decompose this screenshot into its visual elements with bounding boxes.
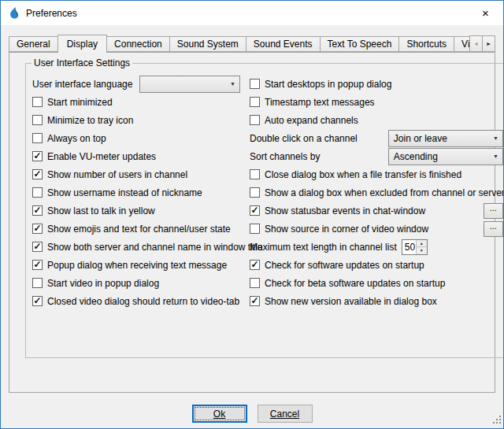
- checkbox[interactable]: [32, 187, 43, 198]
- checkbox[interactable]: ✓: [32, 242, 43, 252]
- checkbox-label[interactable]: Always on top: [47, 133, 106, 144]
- checkbox[interactable]: [250, 278, 260, 288]
- tab-shortcuts[interactable]: Shortcuts: [398, 36, 454, 52]
- tab-pane-display: User Interface Settings User interface l…: [9, 52, 495, 393]
- checkmark-icon: ✓: [250, 296, 258, 305]
- checkbox-label[interactable]: Check for beta software updates on start…: [265, 278, 445, 289]
- tab-scrollers: ◄ ►: [470, 35, 495, 52]
- arrow-left-icon: ◄: [473, 41, 479, 46]
- titlebar[interactable]: Preferences ×: [1, 1, 503, 25]
- checkbox-row-window-title: ✓ Show both server and channel name in w…: [32, 238, 242, 256]
- checkbox[interactable]: [250, 224, 260, 234]
- checkbox[interactable]: [250, 115, 260, 125]
- checkbox-row-file-transfer: Close dialog box when a file transfer is…: [250, 165, 504, 183]
- resize-grip[interactable]: [491, 414, 502, 427]
- window-title: Preferences: [26, 8, 77, 19]
- checkbox[interactable]: [32, 133, 43, 143]
- checkbox-label[interactable]: Show source in corner of video window: [265, 224, 428, 235]
- checkbox-label[interactable]: Start desktops in popup dialog: [265, 79, 391, 90]
- max-text-length-spinner[interactable]: 50 ▲ ▼: [402, 239, 428, 255]
- checkbox[interactable]: ✓: [32, 205, 43, 216]
- checkbox[interactable]: ✓: [250, 296, 260, 306]
- checkbox-row-vu-meter: ✓ Enable VU-meter updates: [32, 147, 242, 165]
- spin-up-button[interactable]: ▲: [417, 240, 427, 248]
- dialog-body: General Display Connection Sound System …: [1, 34, 503, 423]
- checkbox-label[interactable]: Show username instead of nickname: [47, 187, 202, 198]
- spin-up-icon: ▲: [420, 241, 424, 246]
- arrow-right-icon: ►: [486, 41, 491, 46]
- checkmark-icon: ✓: [33, 169, 41, 179]
- tab-sound-system[interactable]: Sound System: [169, 36, 246, 52]
- checkbox-row-desktops-popup: Start desktops in popup dialog: [250, 75, 504, 93]
- checkbox[interactable]: [250, 169, 260, 179]
- checkbox-label[interactable]: Timestamp text messages: [265, 97, 375, 108]
- checkbox-label[interactable]: Show number of users in channel: [47, 169, 187, 180]
- checkbox[interactable]: ✓: [250, 260, 260, 270]
- sort-channels-select[interactable]: Ascending ▼: [388, 148, 503, 165]
- checkbox[interactable]: [250, 79, 260, 89]
- dialog-buttons: Ok Cancel: [9, 405, 495, 423]
- checkbox-label[interactable]: Start minimized: [47, 97, 113, 108]
- checkbox[interactable]: [32, 278, 43, 288]
- spin-down-button[interactable]: ▼: [417, 247, 427, 254]
- checkbox[interactable]: ✓: [32, 224, 43, 234]
- max-text-length-row: Maximum text length in channel list 50 ▲…: [250, 238, 504, 256]
- checkbox-row-always-on-top: Always on top: [32, 129, 242, 147]
- checkbox-row-beta-updates: Check for beta software updates on start…: [250, 274, 504, 292]
- checkbox-label[interactable]: Popup dialog when receiving text message: [47, 260, 227, 271]
- checkbox-label[interactable]: Auto expand channels: [265, 115, 358, 126]
- statusbar-events-row: ✓ Show statusbar events in chat-window .…: [250, 202, 504, 220]
- checkbox-row-new-version: ✓ Show new version available in dialog b…: [250, 292, 504, 310]
- statusbar-events-more-button[interactable]: ...: [484, 203, 503, 219]
- close-button[interactable]: ×: [468, 1, 503, 25]
- tab-scroll-left-button[interactable]: ◄: [469, 35, 483, 52]
- language-label: User interface language: [32, 79, 132, 90]
- checkbox[interactable]: [250, 187, 260, 198]
- cancel-button-label: Cancel: [270, 409, 299, 420]
- checkbox-row-emojis: ✓ Show emojis and text for channel/user …: [32, 220, 242, 238]
- chevron-down-icon: ▼: [493, 135, 498, 141]
- spinner-buttons: ▲ ▼: [416, 240, 427, 254]
- checkbox-label[interactable]: Show statusbar events in chat-window: [265, 205, 425, 216]
- tab-display[interactable]: Display: [57, 35, 107, 53]
- checkbox-row-closed-video: ✓ Closed video dialog should return to v…: [32, 292, 242, 310]
- video-source-more-button[interactable]: ...: [484, 221, 503, 237]
- checkbox[interactable]: ✓: [32, 169, 43, 179]
- sort-channels-select-value: Ascending: [394, 151, 438, 162]
- checkbox-label[interactable]: Show last to talk in yellow: [47, 205, 155, 216]
- checkbox[interactable]: ✓: [250, 205, 260, 216]
- ok-button[interactable]: Ok: [192, 405, 247, 423]
- checkbox-label[interactable]: Show emojis and text for channel/user st…: [47, 224, 231, 235]
- checkbox-label[interactable]: Show both server and channel name in win…: [47, 242, 263, 253]
- tab-text-to-speech[interactable]: Text To Speech: [320, 36, 400, 52]
- checkbox[interactable]: [32, 97, 43, 107]
- checkbox[interactable]: [250, 97, 260, 107]
- ellipsis-icon: ...: [490, 204, 497, 212]
- checkbox[interactable]: ✓: [32, 151, 43, 161]
- tab-scroll-right-button[interactable]: ►: [482, 35, 495, 52]
- video-source-row: Show source in corner of video window ..…: [250, 220, 504, 238]
- checkbox[interactable]: ✓: [32, 296, 43, 306]
- ellipsis-icon: ...: [490, 222, 497, 230]
- checkbox-label[interactable]: Show a dialog box when excluded from cha…: [265, 187, 504, 198]
- double-click-select[interactable]: Join or leave ▼: [388, 130, 503, 147]
- checkbox-label[interactable]: Minimize to tray icon: [47, 115, 133, 126]
- checkmark-icon: ✓: [33, 260, 41, 269]
- checkbox-label[interactable]: Show new version available in dialog box: [265, 296, 437, 307]
- tab-connection[interactable]: Connection: [106, 36, 170, 52]
- max-text-length-value: 50: [402, 240, 416, 254]
- double-click-label: Double click on a channel: [250, 133, 358, 144]
- language-select[interactable]: ▼: [139, 76, 240, 93]
- checkbox-label[interactable]: Closed video dialog should return to vid…: [47, 296, 239, 307]
- group-title: User Interface Settings: [32, 57, 132, 68]
- cancel-button[interactable]: Cancel: [258, 405, 313, 423]
- tab-sound-events[interactable]: Sound Events: [246, 36, 321, 52]
- checkbox-label[interactable]: Enable VU-meter updates: [47, 151, 156, 162]
- checkbox-label[interactable]: Close dialog box when a file transfer is…: [265, 169, 461, 180]
- checkbox-label[interactable]: Check for software updates on startup: [265, 260, 424, 271]
- checkbox[interactable]: [32, 115, 43, 125]
- checkbox-label[interactable]: Start video in popup dialog: [47, 278, 159, 289]
- tab-general[interactable]: General: [9, 36, 58, 52]
- checkbox[interactable]: ✓: [32, 260, 43, 270]
- checkbox-row-start-minimized: Start minimized: [32, 93, 242, 111]
